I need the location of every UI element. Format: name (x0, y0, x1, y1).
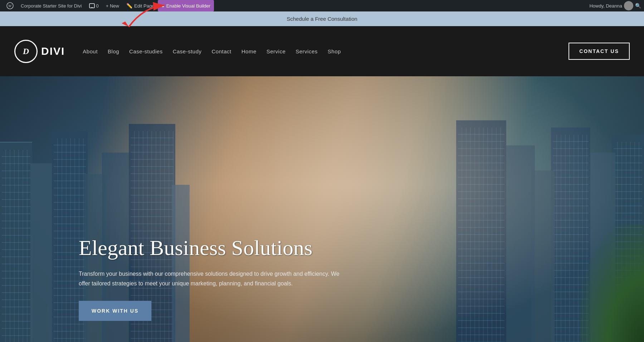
comments-item[interactable]: 0 (86, 0, 102, 11)
nav-about[interactable]: About (83, 48, 98, 54)
new-item[interactable]: + New (102, 0, 123, 11)
contact-button-label: CONTACT US (579, 48, 619, 54)
admin-bar: W Corporate Starter Site for Divi 0 + Ne… (0, 0, 644, 11)
search-icon[interactable]: 🔍 (635, 3, 641, 9)
site-nav: About Blog Case-studies Case-study Conta… (83, 48, 569, 54)
comments-count: 0 (96, 3, 99, 9)
nav-service[interactable]: Service (267, 48, 286, 54)
work-with-us-button[interactable]: WORK WITH US (79, 301, 151, 321)
logo-letter: D (23, 47, 29, 56)
visual-builder-icon: ● (161, 3, 164, 9)
logo-circle: D (14, 40, 38, 63)
enable-visual-label: Enable Visual Builder (166, 3, 210, 9)
edit-label: Edit Page (134, 3, 154, 9)
comment-icon (89, 3, 95, 8)
logo-text: DIVI (41, 45, 65, 57)
nav-services[interactable]: Services (296, 48, 318, 54)
nav-blog[interactable]: Blog (108, 48, 119, 54)
nav-contact[interactable]: Contact (212, 48, 231, 54)
hero-cta-label: WORK WITH US (92, 308, 138, 314)
hero-subtitle: Transform your business with our compreh… (79, 269, 343, 288)
hero-content: Elegant Business Solutions Transform you… (79, 236, 343, 321)
wp-logo-item[interactable]: W (3, 0, 17, 11)
site-header: D DIVI About Blog Case-studies Case-stud… (0, 26, 644, 76)
site-name-item[interactable]: Corporate Starter Site for Divi (17, 0, 86, 11)
edit-icon: ✏️ (126, 3, 132, 9)
svg-text:W: W (8, 4, 12, 8)
site-logo[interactable]: D DIVI (14, 40, 65, 63)
nav-case-studies[interactable]: Case-studies (129, 48, 163, 54)
notification-bar[interactable]: Schedule a Free Consultation (0, 11, 644, 26)
notification-text: Schedule a Free Consultation (287, 16, 357, 22)
admin-bar-right: Howdy, Deanna 🔍 (589, 1, 641, 10)
site-name: Corporate Starter Site for Divi (21, 3, 82, 9)
howdy-text: Howdy, Deanna (589, 3, 622, 9)
hero-section: Elegant Business Solutions Transform you… (0, 76, 644, 342)
avatar[interactable] (624, 1, 633, 10)
nav-home[interactable]: Home (241, 48, 257, 54)
enable-visual-builder-item[interactable]: ● Enable Visual Builder (158, 0, 214, 11)
hero-title: Elegant Business Solutions (79, 236, 343, 260)
wordpress-icon: W (6, 2, 14, 9)
contact-us-button[interactable]: CONTACT US (569, 43, 630, 60)
edit-page-item[interactable]: ✏️ Edit Page (123, 0, 158, 11)
new-label: + New (106, 3, 119, 9)
nav-case-study[interactable]: Case-study (173, 48, 202, 54)
nav-shop[interactable]: Shop (328, 48, 341, 54)
